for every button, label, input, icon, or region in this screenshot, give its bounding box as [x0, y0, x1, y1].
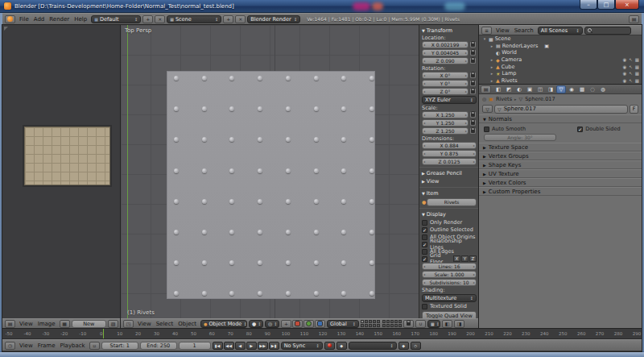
auto-smooth-angle-slider[interactable]: Angle: 30° [484, 134, 556, 141]
toggle-quad-view-button[interactable]: Toggle Quad View [422, 311, 477, 318]
layer-cell[interactable] [398, 320, 402, 323]
layer-cell[interactable] [369, 320, 372, 323]
play-button[interactable]: ▶ [246, 342, 257, 350]
keying-set-icon[interactable]: ◆ [336, 342, 347, 350]
layer-cell[interactable] [382, 324, 386, 327]
manipulator-toggle-button[interactable]: + [281, 320, 291, 328]
tab-particles[interactable]: ◌ [588, 85, 597, 93]
timeline-ruler[interactable]: -50-40-30-20-100102030405060708090100110… [2, 329, 642, 339]
grid-axis-z-toggle[interactable]: Z [469, 255, 477, 262]
outliner-row-cube[interactable]: ▸▲Cube◉↖▦ [479, 63, 642, 70]
add-layout-button[interactable]: + [142, 15, 153, 23]
layer-cell[interactable] [365, 324, 368, 327]
image-name-field[interactable]: New [72, 320, 106, 328]
increment-arrow-icon[interactable]: ▸ [465, 43, 467, 47]
all-object-origins-checkbox[interactable] [422, 235, 427, 240]
rivet-plane-object[interactable] [167, 71, 375, 299]
menu-view[interactable]: View [135, 321, 154, 327]
expander-icon[interactable]: ▸ [489, 44, 494, 48]
layer-cell[interactable] [361, 324, 364, 327]
panel-texture-space[interactable]: ▶Texture Space [479, 143, 642, 152]
lock-button[interactable] [469, 72, 477, 79]
menu-playback[interactable]: Playback [57, 342, 87, 349]
breadcrumb-data[interactable]: Sphere.017 [525, 96, 555, 102]
display-panel-header[interactable]: ▼Display [422, 210, 477, 218]
expander-icon[interactable]: ▾ [482, 36, 487, 41]
layer-cell[interactable] [369, 324, 372, 327]
layer-cell[interactable] [394, 324, 398, 327]
lock-button[interactable] [469, 88, 477, 95]
increment-arrow-icon[interactable]: ▸ [473, 143, 475, 147]
grid-floor-checkbox[interactable]: ✓ [422, 256, 427, 262]
normals-panel-header[interactable]: ▼Normals [479, 114, 642, 123]
grid-axis-y-toggle[interactable]: Y [461, 255, 469, 262]
item-name-field[interactable]: Rivets [427, 198, 477, 206]
outliner-row-camera[interactable]: ▸◆Camera◉↖▦ [479, 56, 642, 64]
number-field[interactable]: ◂Z 0.090▸ [422, 57, 469, 64]
current-frame-field[interactable]: 1 [179, 342, 211, 350]
breadcrumb-object[interactable]: Rivets [496, 96, 512, 102]
layer-cell[interactable] [390, 320, 394, 323]
tab-physics[interactable]: ◍ [598, 85, 608, 93]
number-field[interactable]: ◂X 0.884▸ [422, 142, 477, 149]
editor-type-button[interactable]: ◷ [5, 342, 15, 350]
rotate-manipulator-button[interactable] [303, 320, 314, 328]
panel-shape-keys[interactable]: ▶Shape Keys [479, 160, 642, 169]
delete-keyframe-button[interactable]: ◇ [411, 342, 421, 350]
tab-constraints[interactable]: ◫ [535, 85, 545, 93]
number-field[interactable]: ◂Y 0.004045▸ [422, 49, 469, 56]
panel-vertex-groups[interactable]: ▶Vertex Groups [479, 152, 642, 160]
add-scene-button[interactable]: + [223, 15, 233, 23]
selectable-cursor-icon[interactable]: ↖ [629, 78, 633, 83]
scene-selector[interactable]: ▦Scene↕ [167, 15, 221, 23]
auto-smooth-checkbox[interactable] [484, 127, 489, 132]
layer-cell[interactable] [386, 320, 390, 323]
opengl-render-anim-button[interactable]: ◨ [454, 320, 464, 328]
outliner-row-rivets[interactable]: ▸▲Rivets◉↖▦ [479, 77, 642, 85]
menu-select[interactable]: Select [154, 321, 176, 327]
menu-search[interactable]: Search [512, 27, 536, 34]
layer-cell[interactable] [377, 324, 380, 327]
panel-vertex-colors[interactable]: ▶Vertex Colors [479, 178, 642, 187]
play-reverse-button[interactable]: ◀ [235, 342, 246, 350]
layer-cell[interactable] [390, 324, 394, 327]
lock-button[interactable] [469, 49, 477, 56]
relationship-lines-checkbox[interactable]: ✓ [422, 242, 427, 247]
selectable-cursor-icon[interactable]: ↖ [629, 57, 633, 62]
record-button[interactable] [324, 342, 335, 350]
3d-viewport[interactable]: Top Persp (1) Rivets [121, 25, 419, 318]
all-edges-checkbox[interactable] [422, 249, 427, 255]
increment-arrow-icon[interactable]: ▸ [473, 264, 475, 268]
selectable-cursor-icon[interactable]: ↖ [629, 71, 633, 76]
renderable-camera-icon[interactable]: ▦ [635, 71, 639, 76]
pivot-point-dropdown[interactable]: ◎↕ [265, 320, 279, 328]
collapsed-panel-grease-pencil[interactable]: ▶Grease Pencil [422, 169, 477, 177]
lock-button[interactable] [469, 57, 477, 64]
editor-type-button[interactable]: ▤ [481, 85, 491, 93]
grid-setting-field[interactable]: ◂Scale: 1.000▸ [422, 271, 477, 278]
outliner-row-world[interactable]: ◐World [479, 49, 642, 56]
delete-scene-button[interactable]: × [235, 15, 246, 23]
expander-icon[interactable]: ▸ [489, 64, 494, 69]
layer-cell[interactable] [382, 320, 386, 323]
editor-type-button[interactable] [5, 15, 15, 23]
mode-dropdown[interactable]: ●Object Mode↕ [200, 320, 247, 328]
panel-custom-properties[interactable]: ▶Custom Properties [479, 187, 642, 196]
expander-icon[interactable]: ▸ [489, 71, 494, 76]
lock-button[interactable] [469, 127, 477, 135]
browse-image-icon[interactable]: ▦ [60, 320, 70, 328]
increment-arrow-icon[interactable]: ▸ [465, 113, 467, 117]
insert-keyframe-button[interactable]: ◆ [398, 342, 409, 350]
increment-arrow-icon[interactable]: ▸ [465, 73, 467, 77]
lock-to-scene-button[interactable] [403, 320, 414, 328]
menu-object[interactable]: Object [175, 321, 199, 327]
rotation-mode-dropdown[interactable]: XYZ Euler↕ [422, 96, 477, 104]
outliner-search-field[interactable] [584, 27, 631, 35]
layer-cell[interactable] [373, 320, 376, 323]
menu-render[interactable]: Render [47, 16, 72, 23]
number-field[interactable]: ◂Z 0°▸ [422, 88, 469, 95]
window-duplicate-icon[interactable]: ▤ [629, 15, 639, 23]
increment-arrow-icon[interactable]: ▸ [465, 121, 467, 125]
close-button[interactable]: × [615, 0, 639, 10]
maximize-button[interactable]: □ [597, 0, 615, 10]
